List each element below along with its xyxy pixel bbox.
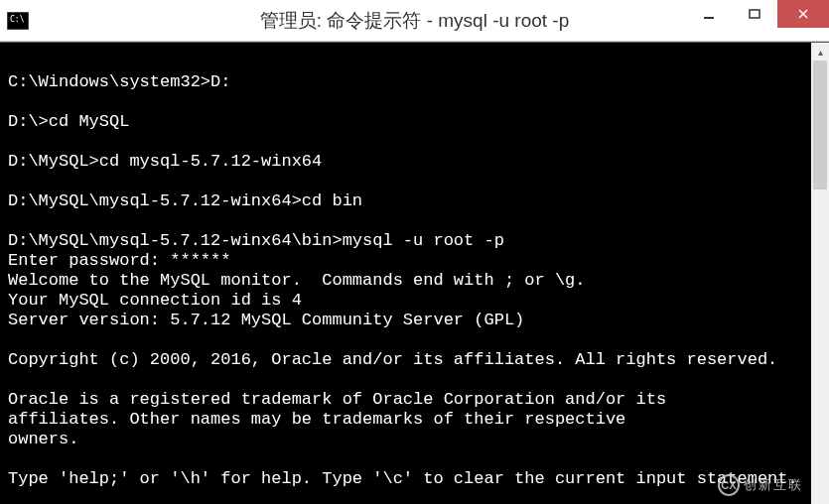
- terminal-area[interactable]: C:\Windows\system32>D: D:\>cd MySQL D:\M…: [0, 42, 829, 504]
- scroll-thumb[interactable]: [813, 61, 827, 189]
- window-titlebar: C:\ 管理员: 命令提示符 - mysql -u root -p: [0, 0, 829, 42]
- terminal-output: C:\Windows\system32>D: D:\>cd MySQL D:\M…: [8, 53, 807, 504]
- svg-text:C:\: C:\: [10, 15, 25, 24]
- watermark: CX 创新互联: [718, 474, 803, 496]
- svg-rect-3: [750, 10, 760, 18]
- window-title: 管理员: 命令提示符 - mysql -u root -p: [260, 8, 569, 34]
- watermark-text: 创新互联: [744, 476, 803, 494]
- minimize-button[interactable]: [686, 0, 732, 28]
- vertical-scrollbar[interactable]: ▴: [811, 43, 829, 504]
- cmd-app-icon: C:\: [4, 7, 32, 35]
- maximize-button[interactable]: [732, 0, 777, 28]
- scroll-up-arrow[interactable]: ▴: [811, 43, 829, 61]
- close-button[interactable]: [777, 0, 829, 28]
- window-controls: [686, 0, 829, 41]
- watermark-logo-icon: CX: [718, 474, 740, 496]
